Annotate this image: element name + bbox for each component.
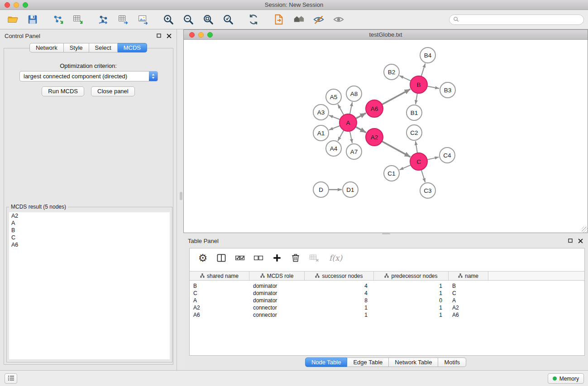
function-builder-icon[interactable]: f(x): [329, 253, 342, 262]
table-row[interactable]: Bdominator41B: [190, 282, 584, 290]
export-image-icon[interactable]: [137, 13, 149, 26]
export-table-icon[interactable]: [117, 13, 129, 26]
zoom-out-icon[interactable]: [182, 13, 195, 26]
graph-edge-A6-B[interactable]: [382, 89, 411, 105]
mcds-result-item[interactable]: C: [9, 234, 170, 241]
table-cell[interactable]: A2: [449, 304, 488, 311]
graph-edge-A-A3[interactable]: [329, 115, 340, 119]
task-history-button[interactable]: [5, 373, 17, 384]
graph-edge-C-C3[interactable]: [421, 170, 425, 182]
search-input[interactable]: [461, 17, 580, 23]
zoom-fit-icon[interactable]: [202, 13, 215, 26]
tab-mcds[interactable]: MCDS: [118, 43, 147, 52]
settings-gear-icon[interactable]: ⚙: [197, 252, 209, 264]
graph-edge-C-C1[interactable]: [399, 165, 411, 170]
select-all-icon[interactable]: [234, 252, 246, 264]
column-header-predecessor-nodes[interactable]: predecessor nodes: [374, 272, 449, 280]
tab-edge-table[interactable]: Edge Table: [347, 357, 389, 367]
close-window-button[interactable]: [5, 2, 10, 8]
table-cell[interactable]: connector: [249, 311, 305, 319]
table-cell[interactable]: 1: [374, 311, 449, 319]
table-cell[interactable]: A: [190, 297, 249, 304]
graph-node-C2[interactable]: C2: [406, 125, 422, 140]
column-header-name[interactable]: name: [449, 272, 488, 280]
graphics-details-icon[interactable]: [312, 13, 325, 26]
mcds-result-item[interactable]: A6: [9, 241, 170, 248]
graph-node-B[interactable]: B: [410, 76, 427, 93]
tab-motifs[interactable]: Motifs: [438, 357, 466, 367]
float-table-panel-icon[interactable]: [567, 238, 573, 244]
vertical-splitter-handle[interactable]: [180, 192, 182, 200]
table-cell[interactable]: 0: [374, 297, 449, 304]
minimize-window-button[interactable]: [14, 2, 19, 8]
graph-node-A3[interactable]: A3: [313, 105, 329, 120]
show-column-icon[interactable]: [215, 252, 227, 264]
graph-edge-C-C2[interactable]: [416, 141, 417, 153]
graph-edge-B-B4[interactable]: [421, 63, 425, 76]
graph-node-B3[interactable]: B3: [440, 82, 455, 98]
table-cell[interactable]: A6: [190, 311, 249, 319]
graph-node-D1[interactable]: D1: [343, 182, 358, 197]
close-panel-button[interactable]: Close panel: [91, 86, 135, 96]
zoom-in-icon[interactable]: [162, 13, 175, 26]
graph-node-A5[interactable]: A5: [326, 89, 341, 105]
graph-edge-A-A8[interactable]: [350, 102, 352, 114]
export-document-icon[interactable]: [272, 13, 285, 26]
import-network-icon[interactable]: [52, 13, 64, 26]
table-cell[interactable]: 1: [374, 282, 449, 290]
search-box[interactable]: [449, 14, 584, 25]
table-row[interactable]: Cdominator41C: [190, 290, 584, 297]
table-cell[interactable]: 4: [305, 282, 374, 290]
table-cell[interactable]: dominator: [249, 290, 305, 297]
tab-style[interactable]: Style: [64, 43, 89, 52]
deselect-all-icon[interactable]: [253, 252, 264, 264]
resize-grip[interactable]: [582, 227, 588, 233]
run-mcds-button[interactable]: Run MCDS: [42, 86, 84, 96]
graph-node-C4[interactable]: C4: [440, 148, 455, 163]
graph-node-A2[interactable]: A2: [366, 129, 383, 146]
close-panel-icon[interactable]: [166, 33, 172, 39]
close-table-panel-icon[interactable]: [578, 238, 583, 244]
network-canvas[interactable]: B4B2BB3A8A5A6A3B1AC2A1A2A4A7C4CC1C3DD1: [184, 40, 588, 233]
graph-edge-B-B1[interactable]: [416, 93, 417, 104]
table-cell[interactable]: dominator: [249, 297, 305, 304]
network-window-titlebar[interactable]: testGlobe.txt: [184, 30, 588, 40]
zoom-window-button[interactable]: [23, 2, 28, 8]
graph-edge-C-C4[interactable]: [427, 157, 439, 160]
birdseye-icon[interactable]: [292, 13, 305, 26]
minimize-network-window-button[interactable]: [198, 32, 204, 38]
delete-row-icon[interactable]: [290, 252, 301, 264]
graph-edge-A-A6[interactable]: [356, 113, 366, 119]
tab-node-table[interactable]: Node Table: [305, 357, 348, 367]
zoom-network-window-button[interactable]: [207, 32, 213, 38]
save-session-icon[interactable]: [26, 13, 39, 26]
table-cell[interactable]: 1: [305, 311, 374, 319]
tab-network[interactable]: Network: [29, 43, 64, 52]
float-panel-icon[interactable]: [156, 33, 162, 39]
graph-edge-A-A4[interactable]: [338, 130, 344, 141]
table-cell[interactable]: 1: [305, 304, 374, 311]
table-cell[interactable]: A: [449, 297, 488, 304]
table-cell[interactable]: A2: [190, 304, 249, 311]
graph-edge-A-A2[interactable]: [356, 127, 366, 133]
graph-edge-A-A7[interactable]: [350, 131, 352, 143]
graph-edge-A-A5[interactable]: [338, 105, 344, 115]
open-session-icon[interactable]: [6, 13, 19, 26]
memory-button[interactable]: Memory: [548, 373, 584, 384]
table-cell[interactable]: 8: [305, 297, 374, 304]
graph-node-B1[interactable]: B1: [406, 105, 422, 120]
table-row[interactable]: A6connector11A6: [190, 311, 584, 319]
graph-edge-B-B2[interactable]: [399, 76, 411, 81]
export-network-icon[interactable]: [97, 13, 110, 26]
table-cell[interactable]: B: [190, 282, 249, 290]
graph-node-A1[interactable]: A1: [313, 125, 329, 141]
add-row-icon[interactable]: [271, 252, 283, 264]
table-cell[interactable]: A6: [449, 311, 488, 319]
graph-node-A[interactable]: A: [339, 114, 357, 131]
tab-select[interactable]: Select: [89, 43, 118, 52]
graph-node-D[interactable]: D: [313, 182, 329, 197]
mcds-result-list[interactable]: A2ABCA6: [9, 212, 170, 359]
table-cell[interactable]: 1: [374, 304, 449, 311]
graph-edge-B-B3[interactable]: [427, 86, 440, 89]
apply-layout-icon[interactable]: [247, 13, 260, 26]
